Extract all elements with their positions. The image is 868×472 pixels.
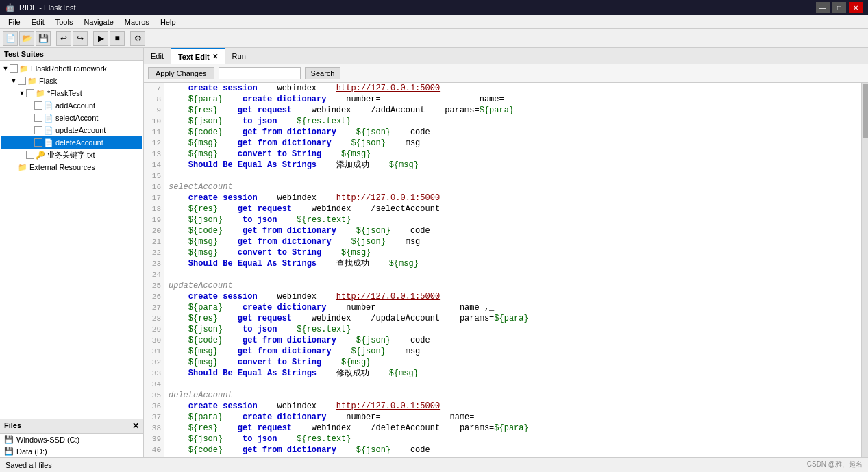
folder-icon-flask: 📁 [27, 77, 37, 86]
files-section: Files ✕ 💾 Windows-SSD (C:) 💾 Data (D:) [0, 419, 143, 457]
tab-run[interactable]: Run [225, 48, 253, 64]
search-input[interactable] [219, 67, 301, 79]
code-line-19: ${json} to json ${res.text} [169, 214, 857, 225]
key-icon-keywords: 🔑 [36, 151, 45, 160]
menu-edit[interactable]: Edit [26, 16, 50, 27]
code-line-13: ${msg} convert to String ${msg} [169, 149, 857, 160]
code-line-37: ${para} create dictionary number= name= [169, 412, 857, 423]
tree-item-updateaccount[interactable]: 📄 updateAccount [1, 124, 142, 136]
menu-navigate[interactable]: Navigate [78, 16, 119, 27]
line-num-21: 21 [147, 236, 161, 247]
line-num-7: 7 [147, 83, 161, 94]
tree-label-keywords: 业务关键字.txt [47, 150, 95, 160]
settings-button[interactable]: ⚙ [130, 31, 145, 46]
line-num-38: 38 [147, 423, 161, 434]
code-line-27: ${para} create dictionary number= name=,… [169, 302, 857, 313]
tab-edit[interactable]: Edit [144, 48, 171, 64]
line-num-18: 18 [147, 203, 161, 214]
code-line-16: selectAccount [169, 182, 857, 192]
code-line-14: Should Be Equal As Strings 添加成功 ${msg} [169, 160, 857, 171]
tree-item-flask[interactable]: ▼ 📁 Flask [1, 75, 142, 87]
code-line-24 [169, 269, 857, 280]
tree-item-flasktest[interactable]: ▼ 📁 *FlaskTest [1, 87, 142, 99]
open-button[interactable]: 📂 [19, 31, 34, 46]
tree-item-selectaccont[interactable]: 📄 selectAccont [1, 112, 142, 124]
menu-tools[interactable]: Tools [50, 16, 79, 27]
checkbox-selectaccont[interactable] [34, 114, 42, 122]
code-line-18: ${res} get request webindex /selectAccou… [169, 203, 857, 214]
code-line-12: ${msg} get from dictionary ${json} msg [169, 138, 857, 149]
new-button[interactable]: 📄 [3, 31, 18, 46]
checkbox-addaccount[interactable] [34, 101, 42, 110]
line-num-29: 29 [147, 324, 161, 335]
checkbox-keywords[interactable] [26, 151, 34, 159]
file-icon-selectaccont: 📄 [44, 114, 53, 123]
code-line-31: ${msg} get from dictionary ${json} msg [169, 346, 857, 357]
tab-text-edit-close[interactable]: ✕ [212, 53, 218, 60]
maximize-button[interactable]: □ [832, 2, 846, 13]
tree-label-updateaccount: updateAccount [55, 126, 106, 134]
tree-item-deleteaccount[interactable]: 📄 deleteAccount [1, 136, 142, 149]
menu-file[interactable]: File [3, 16, 26, 27]
code-line-17: create session webindex http://127.0.0.1… [169, 192, 857, 203]
menu-macros[interactable]: Macros [119, 16, 155, 27]
tab-text-edit-label: Text Edit [178, 53, 210, 61]
tree-view[interactable]: ▼ 📁 FlaskRobotFramework ▼ 📁 Flask ▼ 📁 *F… [0, 61, 143, 419]
search-button[interactable]: Search [305, 67, 341, 79]
code-line-9: ${res} get request webindex /addAccount … [169, 105, 857, 116]
checkbox-flasktest[interactable] [26, 89, 34, 97]
files-label: Files [4, 421, 21, 431]
code-line-33: Should Be Equal As Strings 修改成功 ${msg} [169, 368, 857, 379]
line-num-35: 35 [147, 390, 161, 401]
checkbox-updateaccount[interactable] [34, 126, 42, 134]
checkbox-flask[interactable] [18, 77, 26, 85]
files-close-button[interactable]: ✕ [132, 421, 139, 431]
undo-button[interactable]: ↩ [56, 31, 71, 46]
code-line-39: ${json} to json ${res.text} [169, 434, 857, 445]
file-item-c[interactable]: 💾 Windows-SSD (C:) [0, 434, 143, 445]
line-num-27: 27 [147, 302, 161, 313]
toggle-flask[interactable]: ▼ [10, 77, 18, 84]
close-button[interactable]: ✕ [849, 2, 863, 13]
drive-label-d: Data (D:) [16, 447, 47, 456]
redo-button[interactable]: ↪ [73, 31, 88, 46]
menu-help[interactable]: Help [155, 16, 182, 27]
code-line-25: updateAccount [169, 280, 857, 291]
minimize-button[interactable]: — [816, 2, 830, 13]
folder-icon: 📁 [19, 64, 29, 73]
checkbox-flaskrobotframework[interactable] [10, 64, 18, 73]
left-panel: Test Suites ▼ 📁 FlaskRobotFramework ▼ 📁 … [0, 48, 144, 457]
checkbox-deleteaccount[interactable] [34, 138, 42, 147]
tree-item-addaccount[interactable]: 📄 addAccount [1, 99, 142, 112]
line-num-39: 39 [147, 434, 161, 445]
editor-toolbar: Apply Changes Search [144, 64, 868, 83]
tree-label-deleteaccount: deleteAccount [55, 138, 103, 147]
file-item-d[interactable]: 💾 Data (D:) [0, 445, 143, 457]
apply-changes-button[interactable]: Apply Changes [148, 67, 214, 79]
code-editor[interactable]: 7 8 9 10 11 12 13 14 15 16 17 18 19 20 2… [144, 83, 868, 457]
code-line-38: ${res} get request webindex /deleteAccou… [169, 423, 857, 434]
toggle-flaskrobotframework[interactable]: ▼ [1, 65, 10, 72]
line-num-20: 20 [147, 225, 161, 236]
scroll-thumb[interactable] [863, 84, 868, 138]
toggle-flasktest[interactable]: ▼ [18, 90, 26, 97]
line-num-32: 32 [147, 357, 161, 368]
line-num-23: 23 [147, 258, 161, 269]
line-num-11: 11 [147, 127, 161, 138]
tab-text-edit[interactable]: Text Edit ✕ [171, 48, 225, 64]
stop-button[interactable]: ■ [110, 31, 125, 46]
code-line-22: ${msg} convert to String ${msg} [169, 247, 857, 258]
line-num-16: 16 [147, 182, 161, 192]
code-lines[interactable]: create session webindex http://127.0.0.1… [164, 83, 861, 457]
vertical-scrollbar[interactable] [861, 83, 868, 457]
line-num-37: 37 [147, 412, 161, 423]
tree-item-external[interactable]: 📁 External Resources [1, 161, 142, 173]
line-num-40: 40 [147, 445, 161, 456]
code-line-21: ${msg} get from dictionary ${json} msg [169, 236, 857, 247]
tree-item-flaskrobotframework[interactable]: ▼ 📁 FlaskRobotFramework [1, 62, 142, 75]
run-button[interactable]: ▶ [93, 31, 108, 46]
save-button[interactable]: 💾 [36, 31, 51, 46]
line-num-28: 28 [147, 313, 161, 324]
tab-edit-label: Edit [151, 52, 164, 60]
tree-item-keywords[interactable]: 🔑 业务关键字.txt [1, 149, 142, 161]
